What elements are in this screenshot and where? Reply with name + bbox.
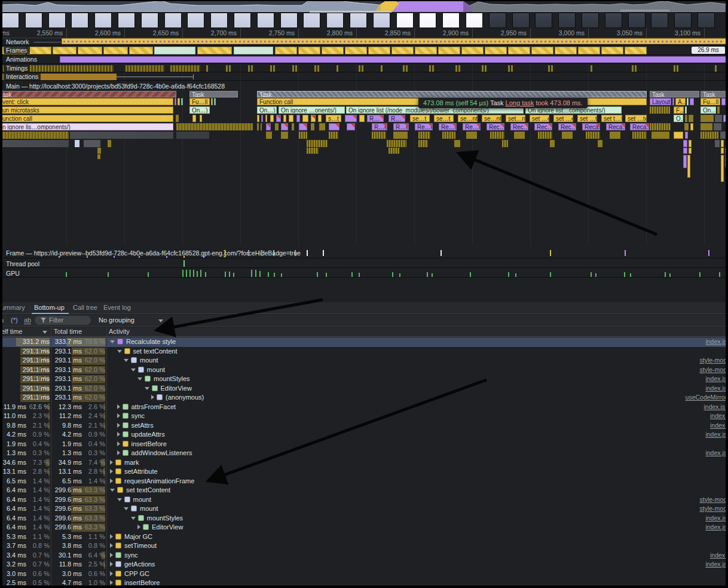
timing-marker[interactable]: [292, 65, 294, 72]
filmstrip-thumbnail[interactable]: [512, 13, 530, 28]
frame-bar[interactable]: [27, 47, 51, 54]
flame-bar[interactable]: [502, 140, 508, 147]
grouping-caret-icon[interactable]: [158, 319, 163, 322]
table-row[interactable]: 11.0 ms 2.3 %11.2 ms 2.4 %syncindex.: [0, 412, 728, 421]
flame-bar[interactable]: R…e: [372, 123, 387, 130]
timing-marker[interactable]: [314, 65, 316, 72]
timing-marker[interactable]: [429, 65, 431, 72]
timing-marker[interactable]: [273, 65, 275, 72]
flame-bar[interactable]: [721, 140, 724, 147]
flame-bar[interactable]: n ignore lis…omponents/): [0, 123, 173, 130]
flame-bar[interactable]: [211, 98, 213, 105]
frame-bar[interactable]: [625, 47, 647, 54]
flame-bar[interactable]: [538, 132, 552, 139]
collapse-icon[interactable]: [124, 507, 129, 510]
timing-marker[interactable]: [206, 65, 208, 72]
filmstrip-thumbnail[interactable]: [674, 13, 692, 28]
tooltip-long-task-link[interactable]: Long task: [506, 99, 534, 106]
timing-marker[interactable]: [455, 65, 457, 72]
flame-bar[interactable]: [214, 98, 216, 105]
table-row[interactable]: 291.1 ms 61.6 %293.1 ms 62.0 %mountstyle…: [0, 356, 728, 365]
flame-bar[interactable]: [275, 123, 279, 130]
flame-bar[interactable]: On…): [701, 106, 716, 114]
grouping-dropdown[interactable]: No grouping: [99, 316, 134, 324]
flame-bar[interactable]: [329, 132, 338, 139]
flame-bar[interactable]: [610, 132, 620, 139]
table-row[interactable]: 3.4 ms 0.7 %30.1 ms 6.4 %syncindex.: [0, 551, 728, 560]
flame-bar[interactable]: [270, 115, 274, 122]
regex-icon[interactable]: (*): [11, 316, 18, 324]
flame-bar[interactable]: [393, 132, 408, 139]
flame-bar[interactable]: [311, 123, 314, 130]
track-thread-pool[interactable]: Thread pool: [0, 259, 728, 268]
timing-marker[interactable]: [381, 65, 383, 72]
flame-bar[interactable]: [689, 148, 692, 154]
flame-bar[interactable]: Layout: [650, 98, 671, 105]
frame-bar[interactable]: [197, 47, 232, 54]
frame-bar[interactable]: [601, 47, 623, 54]
flame-bar[interactable]: [108, 140, 111, 147]
source-link[interactable]: index.js: [705, 514, 727, 523]
flame-bar[interactable]: [200, 115, 202, 122]
flame-bar[interactable]: On…): [257, 106, 277, 114]
flame-bar[interactable]: [257, 123, 259, 130]
filmstrip-thumbnail[interactable]: [419, 13, 436, 28]
tab-bottom-up[interactable]: Bottom-up: [34, 304, 65, 311]
track-frames[interactable]: 26.9 msFrames: [0, 46, 728, 55]
expand-icon[interactable]: [117, 450, 120, 455]
timing-marker[interactable]: [551, 65, 553, 72]
flame-bar[interactable]: [562, 132, 573, 139]
flame-bar[interactable]: se…nt: [482, 115, 501, 122]
flame-bar[interactable]: [292, 123, 294, 130]
frame-bar[interactable]: [391, 47, 414, 54]
filmstrip-thumbnail[interactable]: [141, 13, 158, 28]
expand-icon[interactable]: [117, 441, 120, 446]
filmstrip-thumbnail[interactable]: [257, 13, 274, 28]
filmstrip-thumbnail[interactable]: [582, 13, 599, 28]
flame-bar[interactable]: [265, 115, 267, 122]
source-link[interactable]: index.js: [705, 449, 727, 458]
flame-bar[interactable]: set t…tent: [601, 115, 622, 122]
filmstrip-thumbnail[interactable]: [489, 13, 506, 28]
source-link[interactable]: index.js: [705, 560, 727, 569]
source-link[interactable]: useCodeMirror: [686, 393, 727, 403]
flame-bar[interactable]: set…nt: [506, 115, 525, 122]
flame-bar[interactable]: [318, 115, 322, 122]
timing-marker[interactable]: [226, 65, 228, 72]
flame-bar[interactable]: Fu…ll: [189, 98, 210, 105]
flame-fragment[interactable]: [683, 155, 687, 168]
flame-bar[interactable]: Reca…tyle: [606, 123, 625, 130]
flame-bar[interactable]: [281, 123, 288, 130]
table-row[interactable]: 11.9 ms 2.5 %12.3 ms 2.6 %attrsFromFacet…: [0, 403, 728, 412]
source-link[interactable]: index.: [710, 551, 727, 560]
flame-bar[interactable]: set …tent: [577, 115, 597, 122]
table-row[interactable]: 6.4 ms 1.4 %299.6 ms 63.3 %mountStylesin…: [0, 514, 728, 523]
flame-bar[interactable]: [175, 98, 176, 105]
flame-bar[interactable]: Task: [189, 91, 238, 98]
flame-bar[interactable]: Re…le: [463, 123, 481, 130]
flame-bar[interactable]: [586, 132, 600, 139]
source-link[interactable]: index.js: [705, 337, 727, 347]
source-link[interactable]: index.js: [705, 384, 727, 394]
flame-bar[interactable]: set …ent: [530, 115, 549, 122]
filmstrip-thumbnail[interactable]: [326, 13, 344, 28]
flame-bar[interactable]: [689, 115, 693, 122]
flame-bar[interactable]: [266, 132, 272, 139]
flame-bar[interactable]: [299, 132, 307, 139]
timing-marker[interactable]: [485, 65, 487, 72]
timing-marker[interactable]: [359, 65, 360, 72]
flame-bar[interactable]: [715, 140, 720, 147]
filmstrip-thumbnail[interactable]: [164, 13, 182, 28]
flame-bar[interactable]: [345, 115, 357, 122]
frame-bar[interactable]: [415, 47, 437, 54]
filmstrip-thumbnail[interactable]: [118, 13, 135, 28]
table-row[interactable]: 4.2 ms 0.9 %4.2 ms 0.9 %updateAttrsindex…: [0, 430, 728, 440]
frame-bar[interactable]: [53, 47, 77, 54]
flame-bar[interactable]: [307, 140, 328, 147]
timing-marker[interactable]: [548, 65, 550, 72]
filmstrip-thumbnail[interactable]: [210, 13, 228, 28]
track-frame[interactable]: Frame — https://id-preview--bd53fd9d-728…: [0, 248, 728, 258]
tab-call-tree[interactable]: Call tree: [73, 304, 97, 311]
flame-bar[interactable]: F…l: [674, 106, 684, 114]
table-row[interactable]: 1.9 ms 0.4 %1.9 ms 0.4 %insertBefore: [0, 440, 728, 449]
